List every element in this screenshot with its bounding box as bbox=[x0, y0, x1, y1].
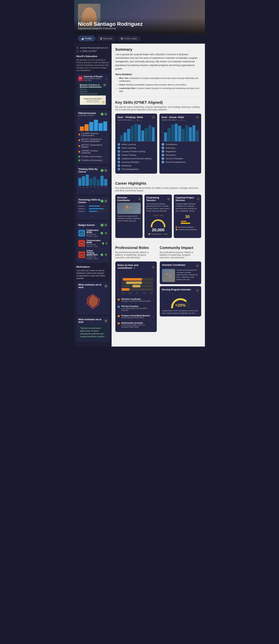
roles-section: Professional Roles My professional journ… bbox=[115, 246, 157, 332]
svg-rect-8 bbox=[121, 38, 123, 38]
role-item-1[interactable]: Volunteer Coordinator Houston Food Bank … bbox=[118, 296, 155, 304]
badge-info-btn-2[interactable]: i bbox=[105, 242, 107, 245]
legend-prev-donor: Previous Donor Retention bbox=[176, 229, 199, 230]
roles-sub: My professional journey reflects a balan… bbox=[115, 251, 157, 259]
role-dot-2 bbox=[118, 306, 120, 308]
comm-badge-svg: comm bbox=[79, 241, 84, 246]
course-list: Com/295T: Business Communication › BEC/2… bbox=[78, 132, 107, 162]
tech-expand[interactable]: ⌄ bbox=[78, 213, 107, 218]
role-info-4: Administrative Assistant Community Healt… bbox=[121, 322, 151, 328]
badge-info-btn-1[interactable]: i bbox=[105, 232, 107, 234]
social-dot-4 bbox=[162, 154, 164, 156]
svg-point-40 bbox=[169, 274, 171, 276]
units-label: Units delivered bbox=[151, 233, 162, 235]
role-item-2[interactable]: PTA Vice President: Local Elementary Sch… bbox=[118, 304, 155, 313]
social-info-btn[interactable]: i bbox=[196, 116, 199, 119]
community-card-title-2: Nursing Program Innovator bbox=[162, 288, 191, 291]
course-chevron-4: › bbox=[107, 151, 107, 153]
badge-icon-1: collab bbox=[78, 230, 85, 236]
bar-4 bbox=[94, 120, 98, 131]
skill-item-2: Active Listening bbox=[118, 146, 155, 149]
community-info-1[interactable]: i bbox=[196, 264, 199, 267]
highlight-info-1[interactable]: i bbox=[138, 198, 141, 200]
bar-5 bbox=[99, 123, 103, 131]
course-item-1[interactable]: Com/295T: Business Communication › bbox=[78, 132, 107, 138]
community-desc-1: Trained and supervised 30+ volunteers an… bbox=[177, 269, 199, 282]
course-item-6[interactable]: Principles of Accounting II › bbox=[78, 158, 107, 162]
phone-icon bbox=[77, 50, 78, 52]
main-content: Summary I am a passionate nonprofit lead… bbox=[112, 44, 205, 346]
story-title: Story Bubbles: bbox=[115, 73, 201, 76]
info-icon-4[interactable]: i bbox=[104, 224, 107, 226]
motivates-info-btn-2[interactable]: i bbox=[105, 319, 107, 322]
badge-check-3: ✓ bbox=[101, 254, 103, 256]
community-img-svg-1 bbox=[165, 272, 172, 279]
social-skill-5: Service Orientation bbox=[162, 157, 199, 160]
skill-dot-7 bbox=[118, 164, 120, 167]
social-card-title: Onet - Social- Skills bbox=[162, 116, 186, 118]
course-item-3[interactable]: MGT/527: Organizational Behavior › bbox=[78, 143, 107, 149]
check-icon-3: ✓ bbox=[101, 200, 104, 202]
tech-skill-row-2: Course 2 bbox=[78, 208, 107, 210]
uni-name: University of Phoenix bbox=[84, 76, 104, 78]
info-icon[interactable]: i bbox=[104, 113, 107, 116]
motivations-text: I am driven by a desire to improve healt… bbox=[77, 269, 109, 280]
tab-cover-letter[interactable]: Cover Letter bbox=[117, 36, 141, 41]
tab-profile[interactable]: Profile bbox=[78, 36, 95, 41]
thinking-expand[interactable]: ⌄ bbox=[78, 188, 107, 193]
thinking-info-btn[interactable]: i bbox=[152, 116, 155, 119]
role-item-4[interactable]: Administrative Assistant Community Healt… bbox=[118, 320, 155, 330]
svg-point-38 bbox=[166, 273, 168, 275]
bar-6 bbox=[103, 122, 107, 131]
badge-item-3: Critical Critical Thinking (MAED-AET) Un… bbox=[78, 248, 107, 261]
check-icon-4: ✓ bbox=[101, 224, 104, 226]
role-info-1: Volunteer Coordinator Houston Food Bank … bbox=[121, 298, 151, 302]
role-info-3: Freelance Social Media Marketer Self-Emp… bbox=[121, 315, 151, 319]
tab-resume[interactable]: Resume bbox=[97, 36, 116, 41]
year-labels: 2000 2005 2010 2015 2020 bbox=[122, 292, 153, 294]
role-list: Volunteer Coordinator Houston Food Bank … bbox=[118, 296, 155, 330]
role-item-3[interactable]: Freelance Social Media Marketer Self-Emp… bbox=[118, 313, 155, 320]
tech-skill-bg-3 bbox=[89, 211, 107, 212]
tech-skill-bg-2 bbox=[89, 208, 107, 209]
divider-3 bbox=[115, 242, 201, 242]
seal-icon: ★ bbox=[102, 101, 105, 104]
summary-title: Summary bbox=[115, 47, 201, 52]
legend-new-donor: New Donor Retention bbox=[176, 226, 199, 228]
tech-skills-widget: Technology Skills by Course ✓ i Course 1… bbox=[77, 196, 109, 220]
thinking-bar-chart: 4 2 0 bbox=[118, 123, 155, 142]
social-dot-6 bbox=[162, 161, 164, 164]
story-text-1: Dedicated to creating meaningful communi… bbox=[119, 77, 198, 82]
highlight-img-1 bbox=[117, 203, 141, 214]
badge-item-1: collab Collaboration (BSM) University of… bbox=[78, 228, 107, 238]
info-icon-3[interactable]: i bbox=[104, 200, 107, 202]
role-chevron-3: ⌄ bbox=[152, 315, 155, 318]
info-icon-2[interactable]: i bbox=[104, 169, 107, 172]
course-item-5[interactable]: Principles of Accounting I › bbox=[78, 155, 107, 158]
skill-dot-3 bbox=[118, 150, 120, 153]
capstone-visual: 30 New Donor Retention bbox=[176, 214, 199, 231]
course-dot-3 bbox=[78, 145, 80, 147]
degree-info-btn[interactable]: i bbox=[103, 84, 106, 86]
highlight-info-2[interactable]: i bbox=[167, 198, 170, 200]
education-card: UPX University of Phoenix Undergraduate … bbox=[77, 74, 109, 108]
community-card-2: Nursing Program Innovator i +20% Imp bbox=[160, 286, 201, 316]
roles-info-btn[interactable]: i bbox=[152, 266, 154, 269]
svg-rect-0 bbox=[82, 38, 82, 40]
course-bar-chart: 4 2 0 bbox=[78, 118, 107, 131]
skill-dot-2 bbox=[118, 146, 120, 149]
highlight-info-3[interactable]: i bbox=[197, 198, 199, 200]
tech-skill-fill-2 bbox=[89, 208, 104, 209]
community-info-2[interactable]: i bbox=[196, 289, 199, 292]
course-item-4[interactable]: LDR/5007: Inclusive Leadership › bbox=[78, 149, 107, 155]
story-label-1: Who I Am: bbox=[119, 77, 129, 79]
thinking-skills-header: Thinking Skills By Course ✓ i bbox=[78, 168, 107, 173]
expand-icon[interactable]: ▲ bbox=[105, 78, 107, 80]
social-skill-list: Coordination Instructing Negotiation bbox=[162, 143, 199, 164]
course-item-2[interactable]: BEC/227: Introduction to Computer Applic… bbox=[78, 138, 107, 143]
bar-2 bbox=[85, 124, 89, 131]
highlight-title-3: Capstone Project Success: i bbox=[176, 196, 199, 202]
story-item-1: Who I Am: Dedicated to creating meaningf… bbox=[119, 77, 201, 82]
motivates-info-btn[interactable]: i bbox=[105, 284, 107, 288]
badge-info-btn-3[interactable]: i bbox=[105, 254, 107, 256]
